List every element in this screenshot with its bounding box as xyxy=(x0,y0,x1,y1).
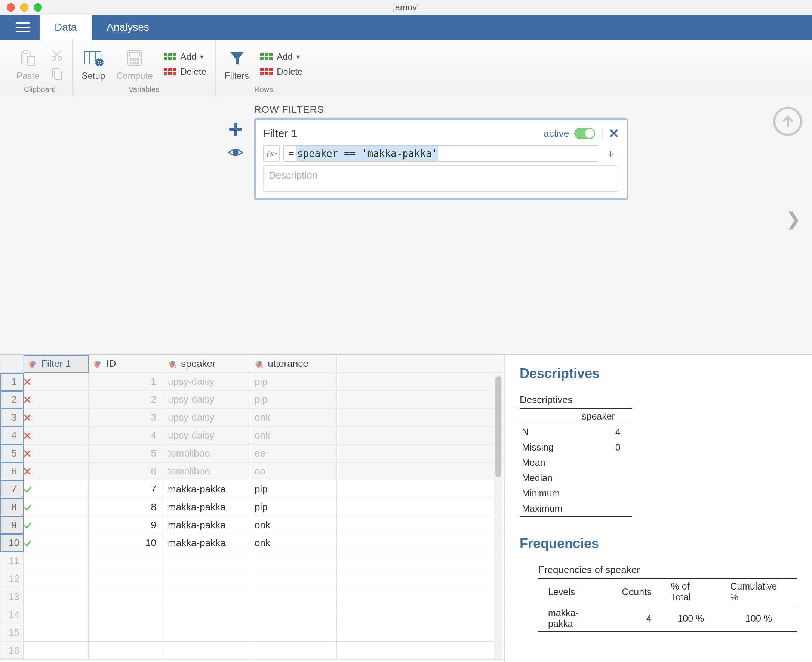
filter-status-icon xyxy=(24,534,89,552)
filter-status-icon xyxy=(24,463,89,480)
compute-button[interactable]: Compute xyxy=(116,47,153,81)
filter-status-icon xyxy=(24,516,89,534)
table-row[interactable]: 14 xyxy=(0,606,504,624)
svg-rect-5 xyxy=(27,56,35,65)
svg-text:a: a xyxy=(261,364,263,368)
filter-title: Filter 1 xyxy=(263,127,298,140)
svg-point-7 xyxy=(58,56,62,60)
grid-delete-icon xyxy=(260,68,273,75)
svg-point-25 xyxy=(134,59,135,61)
add-condition-icon[interactable]: ＋ xyxy=(603,145,619,162)
row-filters-heading: ROW FILTERS xyxy=(224,104,723,116)
grid-add-icon xyxy=(164,53,176,60)
svg-rect-23 xyxy=(130,52,139,56)
table-row[interactable]: 22upsy-daisypip xyxy=(0,391,504,409)
svg-rect-11 xyxy=(55,71,61,79)
table-row[interactable]: 77makka-pakkapip xyxy=(0,480,504,498)
column-header-empty[interactable] xyxy=(337,355,504,373)
svg-point-6 xyxy=(52,56,56,60)
svg-point-29 xyxy=(137,63,139,64)
table-row[interactable]: 11upsy-daisypip xyxy=(0,373,504,391)
filter-status-icon xyxy=(24,427,89,445)
descriptives-table: speaker N4Missing0MeanMedianMinimumMaxim… xyxy=(520,408,632,517)
delete-row-button[interactable]: Delete xyxy=(260,66,303,77)
table-row[interactable]: 13 xyxy=(0,588,504,606)
table-row[interactable]: 55tomblibooee xyxy=(0,445,504,463)
column-header-filter[interactable]: Filter 1 xyxy=(24,355,89,373)
descriptives-title: Descriptives xyxy=(520,366,797,381)
filter-active-label: active xyxy=(544,128,569,139)
funnel-icon xyxy=(227,47,248,68)
setup-icon xyxy=(83,47,104,68)
table-row[interactable]: 66tombliboooo xyxy=(0,463,504,480)
svg-point-27 xyxy=(130,63,132,64)
svg-point-16 xyxy=(95,58,103,66)
filter-status-icon xyxy=(24,409,89,427)
table-row[interactable]: 99makka-pakkaonk xyxy=(0,516,504,534)
ribbon-group-variables: Variables xyxy=(129,85,159,96)
grid-add-icon xyxy=(260,53,273,60)
row-filters-pane: ROW FILTERS Filter 1 active | ✕ xyxy=(0,98,812,354)
add-row-button[interactable]: Add ▾ xyxy=(260,51,303,62)
frequencies-title: Frequencies xyxy=(520,536,797,551)
visibility-icon[interactable] xyxy=(227,144,244,161)
svg-point-47 xyxy=(256,363,261,368)
collapse-pane-icon[interactable]: ❯ xyxy=(786,209,801,230)
svg-text:a: a xyxy=(175,364,176,368)
paste-button[interactable]: Paste xyxy=(16,47,39,81)
table-row[interactable]: 44upsy-daisyonk xyxy=(0,427,504,445)
table-row[interactable]: 33upsy-daisyonk xyxy=(0,409,504,427)
paste-icon xyxy=(18,47,39,68)
descriptives-subtitle: Descriptives xyxy=(520,394,797,406)
tab-data[interactable]: Data xyxy=(40,15,92,40)
main-tabbar: Data Analyses xyxy=(0,15,812,40)
close-filter-icon[interactable]: ✕ xyxy=(609,126,619,141)
results-panel: Descriptives Descriptives speaker N4Miss… xyxy=(505,355,812,662)
fx-button[interactable]: ƒx▾ xyxy=(263,145,280,162)
svg-point-37 xyxy=(30,363,34,368)
tab-analyses[interactable]: Analyses xyxy=(92,15,164,40)
cut-icon[interactable] xyxy=(50,49,63,62)
table-row[interactable]: 12 xyxy=(0,570,504,588)
table-row[interactable]: 88makka-pakkapip xyxy=(0,498,504,516)
dropdown-caret-icon: ▾ xyxy=(200,53,203,61)
svg-point-40 xyxy=(95,363,100,368)
svg-point-43 xyxy=(170,363,174,368)
copy-icon[interactable] xyxy=(50,67,63,80)
column-header-id[interactable]: ID xyxy=(89,355,163,373)
filters-button[interactable]: Filters xyxy=(225,47,249,81)
svg-point-24 xyxy=(130,59,132,61)
add-filter-icon[interactable] xyxy=(227,121,244,138)
filter-card: Filter 1 active | ✕ ƒx▾ = speaker == 'ma… xyxy=(254,119,628,200)
table-row[interactable]: 1010makka-pakkaonk xyxy=(0,534,504,552)
grid-delete-icon xyxy=(164,68,176,75)
hamburger-menu-icon[interactable] xyxy=(6,15,40,40)
filter-status-icon xyxy=(24,445,89,463)
ribbon: Paste Clipboard Setup Compute xyxy=(0,40,812,98)
spreadsheet[interactable]: Filter 1 ID a speaker a utterance xyxy=(0,355,505,662)
column-header-speaker[interactable]: a speaker xyxy=(163,355,250,373)
vertical-scrollbar[interactable] xyxy=(494,375,503,659)
svg-point-33 xyxy=(233,150,238,155)
scroll-up-icon[interactable] xyxy=(773,107,802,136)
dropdown-caret-icon: ▾ xyxy=(296,53,300,61)
add-variable-button[interactable]: Add ▾ xyxy=(164,51,206,62)
window-title: jamovi xyxy=(0,2,812,13)
filter-status-icon xyxy=(24,391,89,409)
filter-description-input[interactable]: Description xyxy=(263,166,619,192)
setup-button[interactable]: Setup xyxy=(82,47,105,81)
svg-point-26 xyxy=(137,59,139,61)
table-row[interactable]: 15 xyxy=(0,624,504,642)
column-header-utterance[interactable]: a utterance xyxy=(250,355,337,373)
filter-status-icon xyxy=(24,373,89,391)
filter-active-toggle[interactable] xyxy=(574,128,595,139)
svg-marker-30 xyxy=(230,52,244,64)
corner-cell[interactable] xyxy=(0,355,24,373)
table-row[interactable]: 16 xyxy=(0,642,504,660)
filter-formula-input[interactable]: = speaker == 'makka-pakka' xyxy=(284,145,599,162)
filter-status-icon xyxy=(24,498,89,516)
compute-icon xyxy=(124,47,145,68)
delete-variable-button[interactable]: Delete xyxy=(164,66,206,77)
table-row[interactable]: 11 xyxy=(0,552,504,570)
filter-status-icon xyxy=(24,480,89,498)
